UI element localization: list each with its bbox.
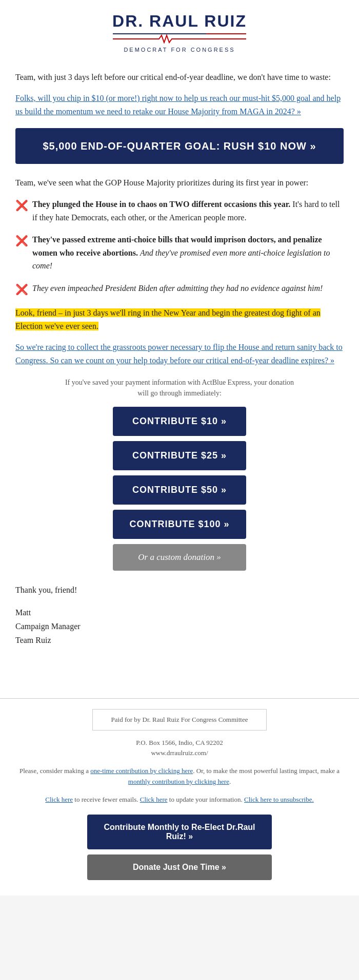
update-info-link[interactable]: Click here (140, 796, 168, 803)
donate-10-button[interactable]: CONTRIBUTE $10 » (113, 407, 246, 436)
bullet-icon-2: ❌ (15, 233, 28, 248)
footer-monthly-link[interactable]: monthly contribution by clicking here (128, 778, 229, 785)
footer-links: Click here to receive fewer emails. Clic… (15, 795, 344, 805)
email-header: DR. RAUL RUIZ DEMOCRAT FOR CONGRESS (0, 0, 359, 60)
candidate-name: DR. RAUL RUIZ (10, 12, 349, 30)
fewer-emails-link[interactable]: Click here (45, 796, 73, 803)
cta-banner[interactable]: $5,000 END-OF-QUARTER GOAL: RUSH $10 NOW… (15, 128, 344, 164)
highlight-block: Look, friend – in just 3 days we'll ring… (15, 306, 344, 332)
body-paragraph1: Team, we've seen what the GOP House Majo… (15, 176, 344, 190)
footer-legal-end: . (229, 778, 231, 785)
bullet-text-1: They plunged the House in to chaos on TW… (32, 198, 344, 224)
unsubscribe-link[interactable]: Click here to unsubscribe. (244, 796, 314, 803)
footer-address-line2: www.drraulruiz.com/ (15, 748, 344, 759)
intro-link[interactable]: Folks, will you chip in $10 (or more!) r… (15, 92, 344, 118)
donate-100-button[interactable]: CONTRIBUTE $100 » (113, 510, 246, 539)
email-wrapper: DR. RAUL RUIZ DEMOCRAT FOR CONGRESS Team… (0, 0, 359, 895)
donate-50-button[interactable]: CONTRIBUTE $50 » (113, 475, 246, 505)
signature-team: Team Ruiz (15, 633, 344, 647)
bullet-icon-3: ❌ (15, 282, 28, 297)
donate-buttons-container: CONTRIBUTE $10 » CONTRIBUTE $25 » CONTRI… (15, 407, 344, 571)
monthly-contribute-button[interactable]: Contribute Monthly to Re-Elect Dr.Raul R… (87, 815, 272, 849)
signature-title: Campaign Manager (15, 619, 344, 633)
bullet-text-3: They even impeached President Biden afte… (32, 282, 323, 295)
bullet-item-2: ❌ They've passed extreme anti-choice bil… (15, 233, 344, 273)
bullet-item-3: ❌ They even impeached President Biden af… (15, 282, 344, 297)
footer-legal: Please, consider making a one-time contr… (15, 766, 344, 787)
bullet-text-2: They've passed extreme anti-choice bills… (32, 233, 344, 273)
header-tagline: DEMOCRAT FOR CONGRESS (10, 46, 349, 54)
email-footer: Paid for by Dr. Raul Ruiz For Congress C… (0, 709, 359, 895)
bullet-italic-3: They even impeached President Biden afte… (32, 284, 323, 293)
actblue-note: If you've saved your payment information… (15, 377, 344, 399)
paid-for-box: Paid for by Dr. Raul Ruiz For Congress C… (92, 709, 267, 731)
bullet-bold-1: They plunged the House in to chaos on TW… (32, 200, 290, 208)
footer-legal-before: Please, consider making a (19, 767, 90, 775)
bullet-item-1: ❌ They plunged the House in to chaos on … (15, 198, 344, 224)
footer-divider (0, 698, 359, 699)
bullet-icon-1: ❌ (15, 198, 28, 213)
custom-donation-button[interactable]: Or a custom donation » (113, 544, 246, 571)
signature-name: Matt (15, 606, 344, 619)
closing-thanks: Thank you, friend! (15, 583, 344, 597)
intro-paragraph: Team, with just 3 days left before our c… (15, 71, 344, 84)
donate-25-button[interactable]: CONTRIBUTE $25 » (113, 441, 246, 470)
footer-cta-buttons: Contribute Monthly to Re-Elect Dr.Raul R… (15, 815, 344, 880)
footer-onetime-link[interactable]: one-time contribution by clicking here (90, 767, 193, 775)
footer-legal-mid: . Or, to make the most powerful lasting … (193, 767, 340, 775)
body-link[interactable]: So we're racing to collect the grassroot… (15, 341, 344, 367)
signature: Matt Campaign Manager Team Ruiz (15, 606, 344, 648)
email-content: Team, with just 3 days left before our c… (0, 60, 359, 688)
footer-address: P.O. Box 1566, Indio, CA 92202 www.drrau… (15, 738, 344, 759)
highlight-text: Look, friend – in just 3 days we'll ring… (15, 308, 321, 330)
footer-address-line1: P.O. Box 1566, Indio, CA 92202 (15, 738, 344, 748)
onetime-donate-button[interactable]: Donate Just One Time » (87, 854, 272, 880)
ekg-decoration (113, 34, 246, 44)
